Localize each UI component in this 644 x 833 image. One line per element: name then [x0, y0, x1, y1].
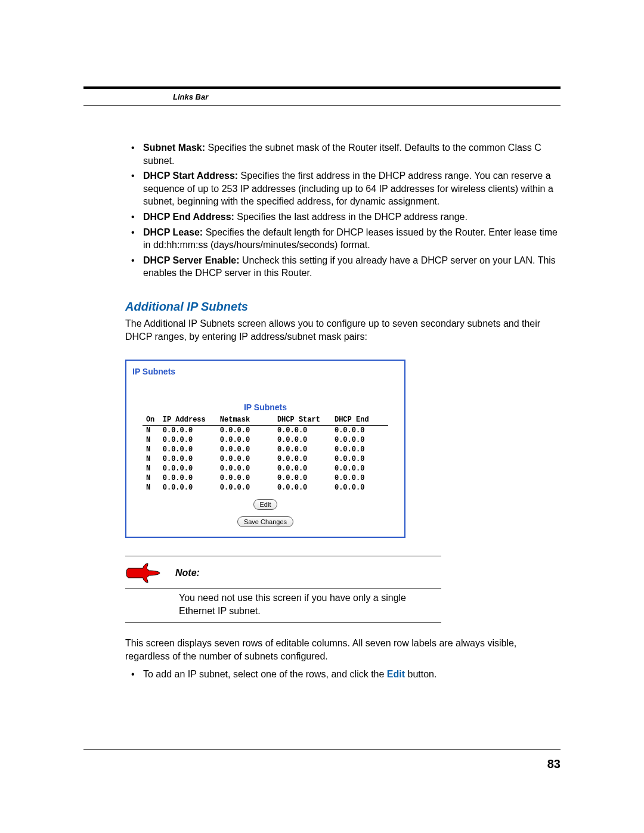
cell-on: N	[143, 483, 159, 493]
th-ip-address: IP Address	[159, 414, 216, 426]
cell-ip: 0.0.0.0	[159, 426, 216, 436]
header-row: Links Bar	[83, 89, 561, 105]
note-text: You need not use this screen if you have…	[125, 592, 441, 617]
table-row[interactable]: N0.0.0.00.0.0.00.0.0.00.0.0.0	[143, 435, 388, 445]
bullet-dhcp-start: DHCP Start Address: Specifies the first …	[131, 169, 561, 208]
note-bottom-rule	[125, 622, 441, 623]
post-note-para: This screen displays seven rows of edita…	[125, 637, 561, 662]
th-netmask: Netmask	[216, 414, 274, 426]
cell-ds: 0.0.0.0	[274, 483, 331, 493]
cell-de: 0.0.0.0	[331, 483, 388, 493]
term: Subnet Mask:	[143, 143, 205, 153]
cell-ip: 0.0.0.0	[159, 483, 216, 493]
cell-de: 0.0.0.0	[331, 426, 388, 436]
th-on: On	[143, 414, 159, 426]
term: DHCP End Address:	[143, 212, 234, 222]
edit-button[interactable]: Edit	[253, 499, 278, 510]
note-mid-rule	[125, 589, 441, 589]
cell-ip: 0.0.0.0	[159, 435, 216, 445]
cell-on: N	[143, 426, 159, 436]
table-row[interactable]: N0.0.0.00.0.0.00.0.0.00.0.0.0	[143, 483, 388, 493]
cell-ip: 0.0.0.0	[159, 473, 216, 483]
table-row[interactable]: N0.0.0.00.0.0.00.0.0.00.0.0.0	[143, 426, 388, 436]
cell-ds: 0.0.0.0	[274, 464, 331, 473]
bullets-list-1: Subnet Mask: Specifies the subnet mask o…	[83, 141, 561, 280]
text-suffix: button.	[405, 669, 436, 679]
text-prefix: To add an IP subnet, select one of the r…	[143, 669, 387, 679]
header-links-bar: Links Bar	[173, 92, 208, 101]
bullet-dhcp-server-enable: DHCP Server Enable: Uncheck this setting…	[131, 254, 561, 280]
table-row[interactable]: N0.0.0.00.0.0.00.0.0.00.0.0.0	[143, 464, 388, 473]
cell-de: 0.0.0.0	[331, 464, 388, 473]
cell-nm: 0.0.0.0	[216, 454, 274, 464]
cell-on: N	[143, 445, 159, 454]
cell-nm: 0.0.0.0	[216, 435, 274, 445]
page-number: 83	[547, 757, 561, 771]
bullets-list-2: To add an IP subnet, select one of the r…	[83, 668, 561, 681]
cell-de: 0.0.0.0	[331, 445, 388, 454]
cell-ip: 0.0.0.0	[159, 445, 216, 454]
table-header-row: On IP Address Netmask DHCP Start DHCP En…	[143, 414, 388, 426]
footer-rule	[83, 749, 561, 750]
panel-inner-title: IP Subnets	[129, 402, 402, 412]
table-row[interactable]: N0.0.0.00.0.0.00.0.0.00.0.0.0	[143, 473, 388, 483]
bullet-add-ip-subnet: To add an IP subnet, select one of the r…	[131, 668, 561, 681]
section-title-additional-ip-subnets: Additional IP Subnets	[125, 300, 561, 314]
table-row[interactable]: N0.0.0.00.0.0.00.0.0.00.0.0.0	[143, 445, 388, 454]
bullet-dhcp-lease: DHCP Lease: Specifies the default length…	[131, 226, 561, 252]
section-intro-para: The Additional IP Subnets screen allows …	[125, 317, 561, 343]
th-dhcp-start: DHCP Start	[274, 414, 331, 426]
ip-subnets-panel: IP Subnets IP Subnets On IP Address Netm…	[125, 360, 405, 538]
panel-outer-title: IP Subnets	[129, 366, 402, 380]
cell-nm: 0.0.0.0	[216, 473, 274, 483]
text: Specifies the last address in the DHCP a…	[234, 212, 467, 222]
subnet-table: On IP Address Netmask DHCP Start DHCP En…	[143, 414, 388, 493]
bullet-subnet-mask: Subnet Mask: Specifies the subnet mask o…	[131, 141, 561, 167]
cell-on: N	[143, 435, 159, 445]
th-dhcp-end: DHCP End	[331, 414, 388, 426]
cell-nm: 0.0.0.0	[216, 464, 274, 473]
cell-de: 0.0.0.0	[331, 473, 388, 483]
cell-on: N	[143, 464, 159, 473]
cell-on: N	[143, 454, 159, 464]
cell-de: 0.0.0.0	[331, 435, 388, 445]
cell-nm: 0.0.0.0	[216, 483, 274, 493]
term: DHCP Lease:	[143, 227, 203, 237]
cell-ds: 0.0.0.0	[274, 435, 331, 445]
cell-nm: 0.0.0.0	[216, 445, 274, 454]
bullet-dhcp-end: DHCP End Address: Specifies the last add…	[131, 210, 561, 224]
note-top-rule	[125, 556, 441, 556]
cell-nm: 0.0.0.0	[216, 426, 274, 436]
note-label: Note:	[175, 568, 200, 578]
note-block: Note: You need not use this screen if yo…	[125, 556, 441, 623]
pointing-hand-icon	[125, 562, 161, 584]
table-row[interactable]: N0.0.0.00.0.0.00.0.0.00.0.0.0	[143, 454, 388, 464]
cell-ip: 0.0.0.0	[159, 464, 216, 473]
cell-ds: 0.0.0.0	[274, 426, 331, 436]
text: Specifies the default length for DHCP le…	[143, 227, 558, 250]
cell-on: N	[143, 473, 159, 483]
edit-link-text: Edit	[387, 669, 405, 679]
term: DHCP Start Address:	[143, 171, 238, 181]
cell-ip: 0.0.0.0	[159, 454, 216, 464]
term: DHCP Server Enable:	[143, 255, 240, 265]
cell-ds: 0.0.0.0	[274, 454, 331, 464]
cell-ds: 0.0.0.0	[274, 473, 331, 483]
save-changes-button[interactable]: Save Changes	[237, 516, 293, 527]
cell-ds: 0.0.0.0	[274, 445, 331, 454]
cell-de: 0.0.0.0	[331, 454, 388, 464]
